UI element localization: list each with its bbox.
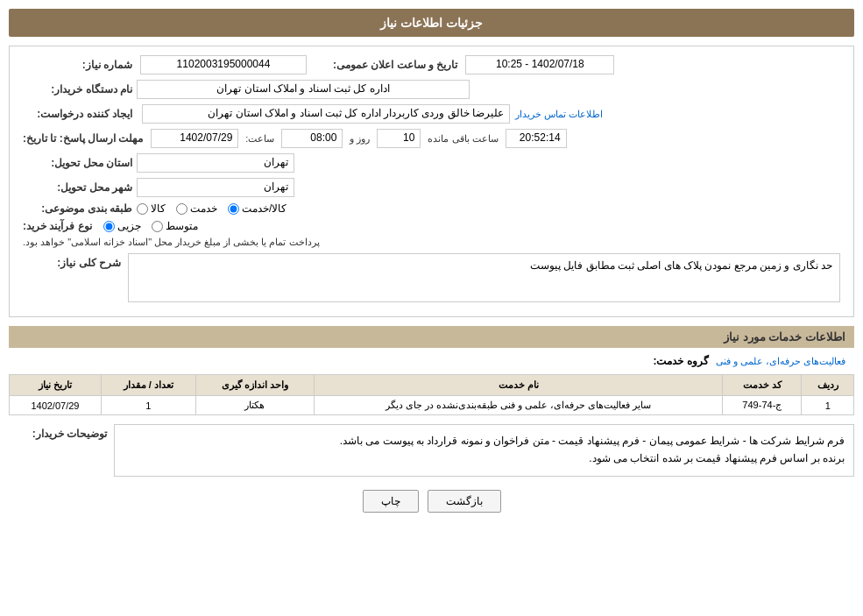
col-service-code: کد خدمت (723, 375, 802, 396)
need-number-row: 1402/07/18 - 10:25 تاریخ و ساعت اعلان عم… (23, 55, 840, 74)
kala-label: کالا (151, 202, 166, 215)
need-description-textarea[interactable]: حد نگاری و زمین مرجع نمودن پلاک های اصلی… (128, 253, 840, 302)
response-deadline-label: مهلت ارسال پاسخ: تا تاریخ: (23, 132, 147, 145)
table-row: 1 ج-74-749 سایر فعالیت‌های حرفه‌ای، علمی… (10, 396, 854, 415)
services-group-value[interactable]: فعالیت‌های حرفه‌ای، علمی و فنی (716, 356, 845, 367)
jozei-label: جزیی (117, 220, 141, 232)
need-description-row: حد نگاری و زمین مرجع نمودن پلاک های اصلی… (23, 253, 840, 302)
subject-kala: کالا (137, 202, 166, 215)
creator-label: ایجاد کننده درخواست: (23, 108, 137, 120)
announcement-date-value: 1402/07/18 - 10:25 (465, 55, 614, 74)
subject-row: کالا/خدمت خدمت کالا طبقه بندی موضوعی: (23, 202, 840, 215)
buyer-desc-row: فرم شرایط شرکت ها - شرایط عمومی پیمان - … (9, 424, 854, 477)
cell-service-name: سایر فعالیت‌های حرفه‌ای، علمی و فنی طبقه… (315, 396, 723, 415)
khedmat-label: خدمت (190, 202, 217, 215)
kala-khedmat-label: کالا/خدمت (242, 202, 286, 215)
delivery-province-row: تهران استان محل تحویل: (23, 153, 840, 173)
services-group-row: فعالیت‌های حرفه‌ای، علمی و فنی گروه خدمت… (9, 355, 854, 367)
delivery-province-value: تهران (137, 153, 294, 173)
creator-row: اطلاعات تماس خریدار علیرضا خالق وردی کار… (23, 104, 840, 124)
announcement-date-label: تاریخ و ساعت اعلان عمومی: (333, 59, 462, 71)
services-section: اطلاعات خدمات مورد نیاز فعالیت‌های حرفه‌… (9, 326, 854, 415)
response-deadline-row: 20:52:14 ساعت باقی مانده 10 روز و 08:00 … (23, 129, 840, 148)
cell-service-code: ج-74-749 (723, 396, 802, 415)
buyer-desc-label: توضیحات خریدار: (9, 424, 114, 440)
purchase-type-motavasset: متوسط (152, 220, 198, 232)
cell-row-num: 1 (802, 396, 854, 415)
purchase-type-label: نوع فرآیند خرید: (23, 220, 96, 232)
cell-unit: هکتار (195, 396, 314, 415)
need-description-label: شرح کلی نیاز: (23, 253, 128, 269)
col-date: تاریخ نیاز (10, 375, 102, 396)
motavasset-label: متوسط (166, 220, 198, 232)
need-number-value: 1102003195000044 (140, 55, 307, 74)
col-quantity: تعداد / مقدار (101, 375, 195, 396)
col-service-name: نام خدمت (315, 375, 723, 396)
main-info-section: 1402/07/18 - 10:25 تاریخ و ساعت اعلان عم… (9, 46, 854, 317)
khedmat-radio[interactable] (176, 203, 187, 215)
page-wrapper: جزئیات اطلاعات نیاز 1402/07/18 - 10:25 ت… (0, 0, 863, 616)
creator-value: علیرضا خالق وردی کاربردار اداره کل ثبت ا… (142, 104, 510, 124)
subject-label: طبقه بندی موضوعی: (23, 202, 137, 215)
purchase-type-row: متوسط جزیی نوع فرآیند خرید: پرداخت تمام … (23, 220, 840, 248)
print-button[interactable]: چاپ (363, 490, 419, 513)
delivery-city-label: شهر محل تحویل: (23, 181, 137, 194)
jozei-radio[interactable] (103, 221, 115, 232)
buyer-desc-line2: برنده بر اساس فرم پیشنهاد قیمت بر شده ان… (124, 450, 845, 467)
services-title: اطلاعات خدمات مورد نیاز (9, 326, 854, 348)
buyer-org-row: اداره کل ثبت اسناد و املاک استان تهران ن… (23, 80, 840, 99)
response-date: 1402/07/29 (151, 129, 238, 148)
purchase-type-radio-group: متوسط جزیی (103, 220, 198, 232)
purchase-type-jozei: جزیی (103, 220, 141, 232)
services-group-label: گروه خدمت: (653, 355, 708, 367)
contact-info-link[interactable]: اطلاعات تماس خریدار (515, 109, 603, 120)
subject-radio-group: کالا/خدمت خدمت کالا (137, 202, 286, 215)
cell-quantity: 1 (101, 396, 195, 415)
delivery-city-value: تهران (137, 178, 294, 197)
services-table: ردیف کد خدمت نام خدمت واحد اندازه گیری ت… (9, 374, 854, 415)
response-time-label: ساعت: (242, 133, 278, 145)
buyer-org-label: نام دستگاه خریدار: (23, 83, 137, 96)
buyer-desc-box: فرم شرایط شرکت ها - شرایط عمومی پیمان - … (114, 424, 854, 477)
response-remaining-label: ساعت باقی مانده (424, 133, 501, 145)
subject-kala-khedmat: کالا/خدمت (228, 202, 286, 215)
back-button[interactable]: بازگشت (428, 490, 501, 513)
page-title: جزئیات اطلاعات نیاز (9, 9, 854, 37)
response-remaining: 20:52:14 (506, 129, 567, 148)
purchase-note: پرداخت تمام یا بخشی از مبلغ خریدار محل "… (23, 237, 320, 248)
need-number-label: شماره نیاز: (23, 59, 137, 71)
cell-date: 1402/07/29 (10, 396, 102, 415)
response-days-label: روز و (346, 133, 373, 145)
subject-khedmat: خدمت (176, 202, 217, 215)
kala-radio[interactable] (137, 203, 148, 215)
response-time: 08:00 (281, 129, 343, 148)
kala-khedmat-radio[interactable] (228, 203, 239, 215)
delivery-province-label: استان محل تحویل: (23, 157, 137, 169)
col-row-num: ردیف (802, 375, 854, 396)
delivery-city-row: تهران شهر محل تحویل: (23, 178, 840, 197)
col-unit: واحد اندازه گیری (195, 375, 314, 396)
buyer-desc-line1: فرم شرایط شرکت ها - شرایط عمومی پیمان - … (124, 432, 845, 450)
motavasset-radio[interactable] (152, 221, 163, 232)
response-days: 10 (377, 129, 421, 148)
buyer-org-value: اداره کل ثبت اسناد و املاک استان تهران (137, 80, 470, 99)
button-row: بازگشت چاپ (9, 490, 854, 513)
